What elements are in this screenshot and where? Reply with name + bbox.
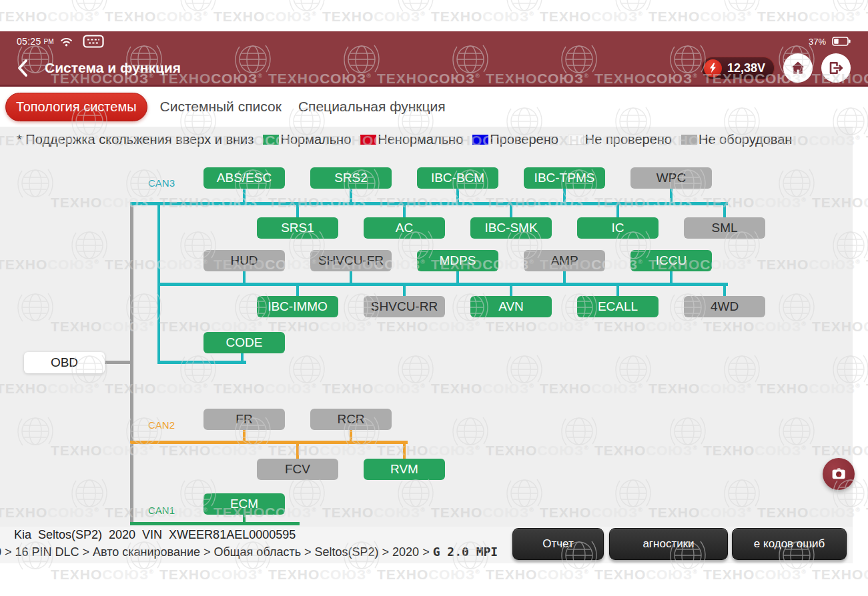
topology-node-ibc-smk[interactable]: IBC-SMK <box>470 217 552 239</box>
topology-node-rcr[interactable]: RCR <box>310 409 392 430</box>
camera-icon <box>831 466 847 482</box>
topology-node-srs1[interactable]: SRS1 <box>257 217 338 239</box>
connector-line <box>243 271 246 285</box>
breadcrumb-engine: G 2.0 MPI <box>433 545 498 559</box>
topology-node-code[interactable]: CODE <box>203 332 285 353</box>
legend-swatch <box>472 135 488 145</box>
code-drop-line <box>241 353 244 362</box>
watermark-text: ТЕХНОСОЮЗ® <box>486 567 589 583</box>
topology-node-shvcu-rr[interactable]: SHVCU-RR <box>364 296 445 317</box>
globe-watermark-icon <box>830 0 868 21</box>
topology-node-abs-esc[interactable]: ABS/ESC <box>203 167 285 189</box>
screenshot-button[interactable] <box>823 458 855 490</box>
connector-line <box>616 202 619 217</box>
connector-line <box>456 189 459 204</box>
connector-line <box>670 189 673 204</box>
topology-node-amp[interactable]: AMP <box>524 250 605 271</box>
legend-label: Не проверено <box>585 132 672 147</box>
topology-node-rvm[interactable]: RVM <box>364 459 445 480</box>
topology-node-ibc-bcm[interactable]: IBC-BCM <box>417 167 498 189</box>
globe-watermark-icon <box>286 0 328 21</box>
footer-button-0[interactable]: Отчет <box>512 528 604 560</box>
tab-0-item[interactable]: Топология системы <box>5 93 147 121</box>
connector-line <box>403 283 406 296</box>
topology-node-ibc-tpms[interactable]: IBC-TPMS <box>524 167 605 189</box>
topology-node-ac[interactable]: AC <box>364 217 445 239</box>
back-button[interactable] <box>17 58 34 78</box>
footer-button-1[interactable]: агностики <box>609 528 728 560</box>
wifi-icon <box>60 37 73 47</box>
topology-node-hud[interactable]: HUD <box>203 250 285 271</box>
watermark-text: ТЕХНОСОЮЗ® <box>268 567 372 583</box>
watermark-text: ТЕХНОСОЮЗ® <box>0 9 99 25</box>
legend-item: Ненормально <box>360 132 463 147</box>
tab-1-item[interactable]: Системный список <box>156 99 286 115</box>
battery-icon <box>832 37 851 46</box>
globe-watermark-icon <box>612 0 654 21</box>
tab-bar: Топология системыСистемный списокСпециал… <box>0 87 868 127</box>
topology-node-iccu[interactable]: ICCU <box>630 250 712 271</box>
watermark-text: ТЕХНОСОЮЗ® <box>51 567 154 583</box>
bus-branch-can3 <box>157 202 160 364</box>
vehicle-info: Kia Seltos(SP2) 2020 VIN XWEER81AEL00005… <box>14 528 296 542</box>
topology-node-srs2[interactable]: SRS2 <box>310 167 392 189</box>
bus-line-can1 <box>130 522 300 525</box>
bus-line-can3-upper <box>130 202 728 205</box>
topology-node-mdps[interactable]: MDPS <box>417 250 498 271</box>
connector-line <box>403 202 406 217</box>
watermark-text: ТЕХНОСОЮЗ® <box>540 9 643 25</box>
connector-line <box>403 441 406 459</box>
legend-item: Не проверено <box>568 132 672 147</box>
watermark-text: ТЕХНОСОЮЗ® <box>105 9 208 25</box>
watermark-text: ТЕХНОСОЮЗ® <box>648 9 752 25</box>
breadcrumb-path: 0 > 16 PIN DLC > Авто сканирование > Общ… <box>0 545 433 559</box>
home-button[interactable] <box>783 53 813 83</box>
globe-watermark-icon <box>721 0 763 21</box>
voltage-value: 12,38V <box>727 61 765 75</box>
connector-line <box>243 189 246 204</box>
obd-connector-icon <box>83 34 104 49</box>
connector-line <box>616 283 619 296</box>
topology-node-fr[interactable]: FR <box>203 409 285 430</box>
footer-button-2[interactable]: е кодов ошиб <box>732 528 847 560</box>
topology-node-4wd[interactable]: 4WD <box>684 296 765 317</box>
topology-node-ibc-immo[interactable]: IBC-IMMO <box>257 296 338 317</box>
topology-node-ecm[interactable]: ECM <box>203 493 285 515</box>
topology-node-wpc[interactable]: WPC <box>630 167 712 189</box>
breadcrumb: 0 > 16 PIN DLC > Авто сканирование > Общ… <box>0 545 498 559</box>
page-title: Система и функция <box>45 60 701 76</box>
legend-label: Ненормально <box>378 132 463 147</box>
globe-watermark-icon <box>69 0 110 21</box>
topology-node-shvcu-fr[interactable]: SHVCU-FR <box>310 250 392 271</box>
legend: * Поддержка скольжения вверх и вниз Норм… <box>17 132 792 147</box>
screen: 05:25 PM 37% Система и функция <box>0 0 868 596</box>
legend-label: Проверено <box>490 132 558 147</box>
topology-node-avn[interactable]: AVN <box>470 296 552 317</box>
legend-swatch <box>568 135 584 145</box>
exit-button[interactable] <box>821 53 851 83</box>
legend-label: Нормально <box>280 132 351 147</box>
legend-label: Не оборудован <box>699 132 792 147</box>
watermark-text: ТЕХНОСОЮЗ® <box>812 567 868 583</box>
voltage-badge: 12,38V <box>701 57 775 79</box>
connector-line <box>563 189 566 204</box>
connector-line <box>723 202 726 217</box>
connector-line <box>350 189 352 204</box>
watermark-text: ТЕХНОСОЮЗ® <box>322 9 426 25</box>
app-header: 05:25 PM 37% Система и функция <box>0 31 868 87</box>
topology-node-fcv[interactable]: FCV <box>257 459 338 480</box>
legend-note: * Поддержка скольжения вверх и вниз <box>17 132 254 147</box>
status-time: 05:25 <box>17 36 41 47</box>
connector-line <box>510 283 512 296</box>
legend-swatch <box>263 135 279 145</box>
legend-item: Не оборудован <box>681 132 792 147</box>
topology-node-sml[interactable]: SML <box>684 217 765 239</box>
connector-line <box>563 271 566 285</box>
watermark-text: ТЕХНОСОЮЗ® <box>703 567 807 583</box>
topology-node-ic[interactable]: IC <box>577 217 659 239</box>
connector-line <box>243 430 246 441</box>
connector-line <box>510 202 512 217</box>
topology-node-ecall[interactable]: ECALL <box>577 296 659 317</box>
connector-line <box>350 271 352 285</box>
tab-2-item[interactable]: Специальная функция <box>294 99 450 115</box>
